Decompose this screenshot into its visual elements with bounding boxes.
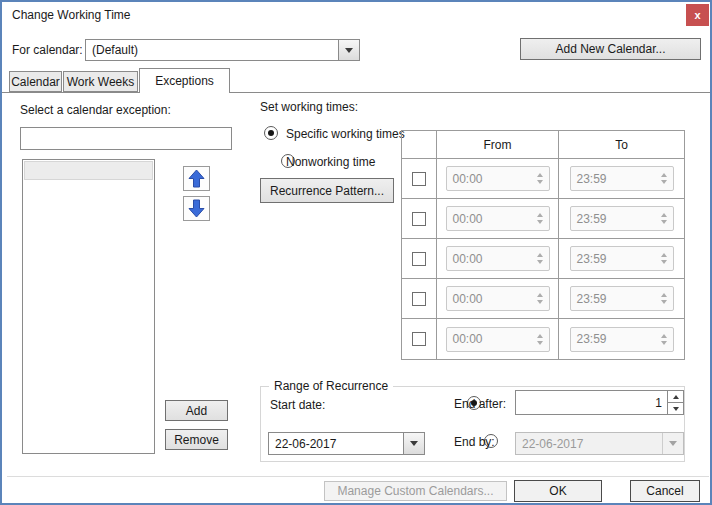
time-spinner-icons <box>534 167 546 190</box>
set-working-times-label: Set working times: <box>260 100 358 114</box>
exception-listbox[interactable] <box>22 159 155 454</box>
table-row-from-cell: 00:00 <box>437 199 559 239</box>
table-row-checkbox-cell <box>402 279 437 319</box>
change-working-time-dialog: Change Working Time x For calendar: (Def… <box>0 0 712 505</box>
footer-separator <box>7 476 709 477</box>
from-time-value: 00:00 <box>453 332 483 346</box>
to-time-value: 23:59 <box>577 252 607 266</box>
dialog-title: Change Working Time <box>12 8 131 22</box>
to-time-field: 23:59 <box>570 286 674 311</box>
specific-working-times-radio[interactable] <box>264 126 278 140</box>
table-row-checkbox-cell <box>402 239 437 279</box>
dropdown-arrow-icon <box>669 441 677 446</box>
nonworking-time-label: Nonworking time <box>286 155 375 169</box>
from-time-value: 00:00 <box>453 172 483 186</box>
from-time-field: 00:00 <box>446 246 550 271</box>
move-up-icon <box>188 169 205 188</box>
to-time-value: 23:59 <box>577 332 607 346</box>
spin-up-icon <box>673 395 679 399</box>
table-row-checkbox-cell <box>402 199 437 239</box>
from-time-field: 00:00 <box>446 206 550 231</box>
row-checkbox[interactable] <box>412 292 426 306</box>
recurrence-pattern-button[interactable]: Recurrence Pattern... <box>260 178 394 203</box>
close-button[interactable]: x <box>686 4 709 26</box>
to-time-value: 23:59 <box>577 292 607 306</box>
for-calendar-label: For calendar: <box>12 43 83 57</box>
exception-list-selected-item[interactable] <box>24 161 153 180</box>
cancel-button[interactable]: Cancel <box>630 480 700 502</box>
from-time-value: 00:00 <box>453 292 483 306</box>
spin-up-button[interactable] <box>668 391 683 403</box>
move-up-button[interactable] <box>183 166 210 191</box>
time-spinner-icons <box>534 328 546 351</box>
to-time-field: 23:59 <box>570 206 674 231</box>
from-time-value: 00:00 <box>453 252 483 266</box>
from-time-value: 00:00 <box>453 212 483 226</box>
end-after-label: End after: <box>454 397 506 411</box>
row-checkbox[interactable] <box>412 212 426 226</box>
table-row-to-cell: 23:59 <box>559 319 684 359</box>
add-button[interactable]: Add <box>165 400 228 421</box>
end-by-label: End by: <box>454 435 495 449</box>
time-spinner-icons <box>658 167 670 190</box>
working-times-table: From To 00:00 23:59 00:00 23:59 00:00 23… <box>401 130 685 360</box>
end-by-dropdown-button <box>662 433 683 454</box>
select-exception-label: Select a calendar exception: <box>20 103 171 117</box>
table-row-to-cell: 23:59 <box>559 159 684 199</box>
from-time-field: 00:00 <box>446 286 550 311</box>
to-time-field: 23:59 <box>570 166 674 191</box>
table-row-to-cell: 23:59 <box>559 239 684 279</box>
time-spinner-icons <box>534 247 546 270</box>
close-icon: x <box>694 9 700 21</box>
end-by-date-value: 22-06-2017 <box>516 437 662 451</box>
start-date-picker[interactable]: 22-06-2017 <box>268 432 425 455</box>
exception-name-input[interactable] <box>20 127 232 150</box>
spin-down-button[interactable] <box>668 403 683 414</box>
time-spinner-icons <box>658 207 670 230</box>
dropdown-arrow-icon <box>410 441 418 446</box>
start-date-value: 22-06-2017 <box>269 437 403 451</box>
move-down-button[interactable] <box>183 196 210 221</box>
time-spinner-icons <box>534 207 546 230</box>
tab-work-weeks[interactable]: Work Weeks <box>63 71 138 92</box>
calendar-combobox-dropdown-button[interactable] <box>338 40 359 60</box>
move-down-icon <box>188 199 205 218</box>
ok-button[interactable]: OK <box>514 480 602 502</box>
to-time-field: 23:59 <box>570 327 674 352</box>
table-row-from-cell: 00:00 <box>437 239 559 279</box>
tab-exceptions[interactable]: Exceptions <box>139 68 230 93</box>
table-header-to: To <box>559 131 684 159</box>
add-new-calendar-button[interactable]: Add New Calendar... <box>520 38 701 60</box>
calendar-combobox-value: (Default) <box>86 43 338 57</box>
from-time-field: 00:00 <box>446 327 550 352</box>
specific-working-times-label: Specific working times <box>286 127 405 141</box>
from-time-field: 00:00 <box>446 166 550 191</box>
to-time-field: 23:59 <box>570 246 674 271</box>
to-time-value: 23:59 <box>577 172 607 186</box>
table-row-from-cell: 00:00 <box>437 159 559 199</box>
end-after-spinner[interactable] <box>667 390 684 415</box>
range-of-recurrence-title: Range of Recurrence <box>269 379 393 393</box>
table-row-to-cell: 23:59 <box>559 279 684 319</box>
row-checkbox[interactable] <box>412 332 426 346</box>
table-header-from: From <box>437 131 559 159</box>
table-row-from-cell: 00:00 <box>437 319 559 359</box>
row-checkbox[interactable] <box>412 172 426 186</box>
tab-strip-divider <box>2 92 712 93</box>
table-row-checkbox-cell <box>402 319 437 359</box>
time-spinner-icons <box>658 287 670 310</box>
row-checkbox[interactable] <box>412 252 426 266</box>
to-time-value: 23:59 <box>577 212 607 226</box>
manage-custom-calendars-button: Manage Custom Calendars... <box>324 481 507 501</box>
start-date-dropdown-button[interactable] <box>403 433 424 454</box>
calendar-combobox[interactable]: (Default) <box>85 39 360 61</box>
tab-calendar[interactable]: Calendar <box>9 71 62 92</box>
table-row-from-cell: 00:00 <box>437 279 559 319</box>
time-spinner-icons <box>534 287 546 310</box>
end-after-value: 1 <box>655 396 662 410</box>
spin-down-icon <box>673 407 679 411</box>
end-after-input[interactable]: 1 <box>515 390 668 415</box>
start-date-label: Start date: <box>270 398 325 412</box>
dropdown-arrow-icon <box>345 48 353 53</box>
remove-button[interactable]: Remove <box>165 429 228 450</box>
